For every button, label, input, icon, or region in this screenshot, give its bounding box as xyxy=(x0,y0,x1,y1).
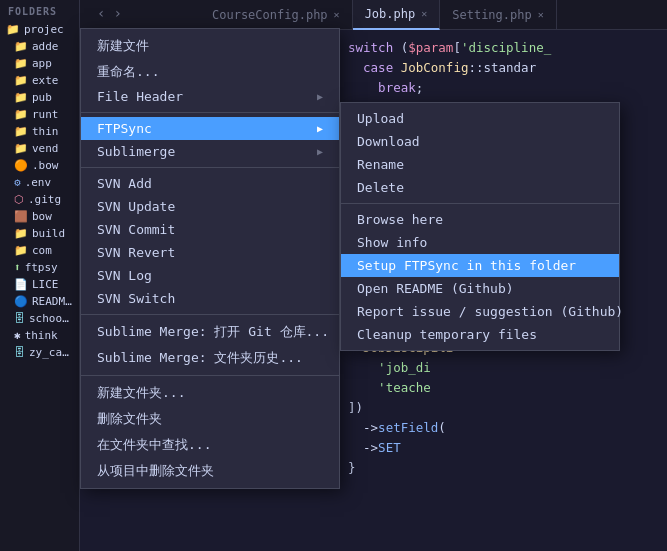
ctx-label: 重命名... xyxy=(97,63,159,81)
folder-item-schoolyard[interactable]: 🗄 schoolyard.sql xyxy=(0,310,79,327)
sql-icon: 🗄 xyxy=(14,312,25,325)
tab-label: CourseConfig.php xyxy=(212,8,328,22)
ctx-rename-ftp[interactable]: Rename xyxy=(341,153,619,176)
ctx-label: Sublime Merge: 文件夹历史... xyxy=(97,349,303,367)
ctx-separator xyxy=(81,112,339,113)
close-icon[interactable]: ✕ xyxy=(334,9,340,20)
ctx-separator xyxy=(81,375,339,376)
submenu-arrow-icon: ▶ xyxy=(317,123,323,134)
folder-item-env[interactable]: ⚙ .env xyxy=(0,174,79,191)
ctx-report-issue[interactable]: Report issue / suggestion (Github) xyxy=(341,300,619,323)
context-menu-left: 新建文件 重命名... File Header ▶ FTPSync ▶ Subl… xyxy=(80,28,340,489)
ctx-upload[interactable]: Upload xyxy=(341,107,619,130)
ctx-cleanup[interactable]: Cleanup temporary files xyxy=(341,323,619,346)
ctx-open-readme[interactable]: Open README (Github) xyxy=(341,277,619,300)
folder-icon: 📁 xyxy=(14,227,28,240)
folder-icon: 📁 xyxy=(14,244,28,257)
folder-item-app[interactable]: 📁 app xyxy=(0,55,79,72)
ctx-label: Sublimerge xyxy=(97,144,175,159)
ctx-label: Sublime Merge: 打开 Git 仓库... xyxy=(97,323,329,341)
ctx-label: Setup FTPSync in this folder xyxy=(357,258,576,273)
folder-item-vend[interactable]: 📁 vend xyxy=(0,140,79,157)
ctx-label: Rename xyxy=(357,157,404,172)
folder-icon: 📁 xyxy=(14,142,28,155)
ctx-sublime-merge-history[interactable]: Sublime Merge: 文件夹历史... xyxy=(81,345,339,371)
ctx-label: SVN Revert xyxy=(97,245,175,260)
ctx-label: SVN Switch xyxy=(97,291,175,306)
close-icon[interactable]: ✕ xyxy=(538,9,544,20)
ctx-browse-here[interactable]: Browse here xyxy=(341,208,619,231)
folder-item-bow[interactable]: 🟠 .bow xyxy=(0,157,79,174)
ctx-sublimerge[interactable]: Sublimerge ▶ xyxy=(81,140,339,163)
ctx-label: SVN Add xyxy=(97,176,152,191)
sidebar: FOLDERS 📁 projec 📁 adde 📁 app 📁 exte 📁 p… xyxy=(0,0,80,551)
ctx-label: 新建文件夹... xyxy=(97,384,185,402)
folder-label: zy_campus.sql xyxy=(29,346,73,359)
folder-item-com[interactable]: 📁 com xyxy=(0,242,79,259)
nav-back-icon[interactable]: ‹ xyxy=(95,5,107,21)
folder-label: .gitg xyxy=(28,193,61,206)
folder-item-thin[interactable]: 📁 thin xyxy=(0,123,79,140)
ctx-label: Download xyxy=(357,134,420,149)
ctx-label: Show info xyxy=(357,235,427,250)
folder-item-projec[interactable]: 📁 projec xyxy=(0,21,79,38)
folder-item-ftpsy[interactable]: ⬆ ftpsy xyxy=(0,259,79,276)
ctx-delete-ftp[interactable]: Delete xyxy=(341,176,619,199)
tab-courseconfig[interactable]: CourseConfig.php ✕ xyxy=(200,0,353,30)
folder-label: README.md xyxy=(32,295,73,308)
folder-label: think xyxy=(25,329,58,342)
tab-job[interactable]: Job.php ✕ xyxy=(353,0,441,30)
context-menu-right: Upload Download Rename Delete Browse her… xyxy=(340,102,620,351)
folder-item-think[interactable]: ✱ think xyxy=(0,327,79,344)
ctx-show-info[interactable]: Show info xyxy=(341,231,619,254)
folder-item-pub[interactable]: 📁 pub xyxy=(0,89,79,106)
ctx-new-folder[interactable]: 新建文件夹... xyxy=(81,380,339,406)
ctx-setup-ftpsync[interactable]: Setup FTPSync in this folder xyxy=(341,254,619,277)
ctx-remove-from-project[interactable]: 从项目中删除文件夹 xyxy=(81,458,339,484)
folder-label: projec xyxy=(24,23,64,36)
ctx-rename[interactable]: 重命名... xyxy=(81,59,339,85)
folder-label: .env xyxy=(25,176,52,189)
ctx-ftpsync[interactable]: FTPSync ▶ xyxy=(81,117,339,140)
ctx-find-in-folder[interactable]: 在文件夹中查找... xyxy=(81,432,339,458)
folder-icon: 📁 xyxy=(14,108,28,121)
folder-item-build[interactable]: 📁 build xyxy=(0,225,79,242)
ctx-label: Report issue / suggestion (Github) xyxy=(357,304,623,319)
ctx-svn-commit[interactable]: SVN Commit xyxy=(81,218,339,241)
ctx-svn-log[interactable]: SVN Log xyxy=(81,264,339,287)
ctx-label: SVN Log xyxy=(97,268,152,283)
folder-label: bow xyxy=(32,210,52,223)
nav-forward-icon[interactable]: › xyxy=(111,5,123,21)
file-icon: ⚙ xyxy=(14,176,21,189)
ctx-label: Cleanup temporary files xyxy=(357,327,537,342)
folder-label: ftpsy xyxy=(25,261,58,274)
ftp-icon: ⬆ xyxy=(14,261,21,274)
folder-item-exte[interactable]: 📁 exte xyxy=(0,72,79,89)
folder-item-adde[interactable]: 📁 adde xyxy=(0,38,79,55)
folder-item-zycampus[interactable]: 🗄 zy_campus.sql xyxy=(0,344,79,361)
ctx-file-header[interactable]: File Header ▶ xyxy=(81,85,339,108)
ctx-new-file[interactable]: 新建文件 xyxy=(81,33,339,59)
submenu-arrow-icon: ▶ xyxy=(317,146,323,157)
folder-item-lice[interactable]: 📄 LICE xyxy=(0,276,79,293)
ctx-svn-switch[interactable]: SVN Switch xyxy=(81,287,339,310)
ctx-download[interactable]: Download xyxy=(341,130,619,153)
folder-icon: 📁 xyxy=(14,40,28,53)
folder-item-readme[interactable]: 🔵 README.md xyxy=(0,293,79,310)
sidebar-header: FOLDERS xyxy=(0,0,79,21)
folder-label: vend xyxy=(32,142,59,155)
folder-item-gitg[interactable]: ⬡ .gitg xyxy=(0,191,79,208)
folder-icon: 📁 xyxy=(14,57,28,70)
ctx-svn-update[interactable]: SVN Update xyxy=(81,195,339,218)
tab-label: Setting.php xyxy=(452,8,531,22)
ctx-svn-revert[interactable]: SVN Revert xyxy=(81,241,339,264)
folder-item-runt[interactable]: 📁 runt xyxy=(0,106,79,123)
ctx-sublime-merge-git[interactable]: Sublime Merge: 打开 Git 仓库... xyxy=(81,319,339,345)
folder-label: runt xyxy=(32,108,59,121)
ctx-label: 在文件夹中查找... xyxy=(97,436,211,454)
folder-item-bow2[interactable]: 🟫 bow xyxy=(0,208,79,225)
ctx-svn-add[interactable]: SVN Add xyxy=(81,172,339,195)
ctx-delete-folder[interactable]: 删除文件夹 xyxy=(81,406,339,432)
tab-setting[interactable]: Setting.php ✕ xyxy=(440,0,557,30)
close-icon[interactable]: ✕ xyxy=(421,8,427,19)
